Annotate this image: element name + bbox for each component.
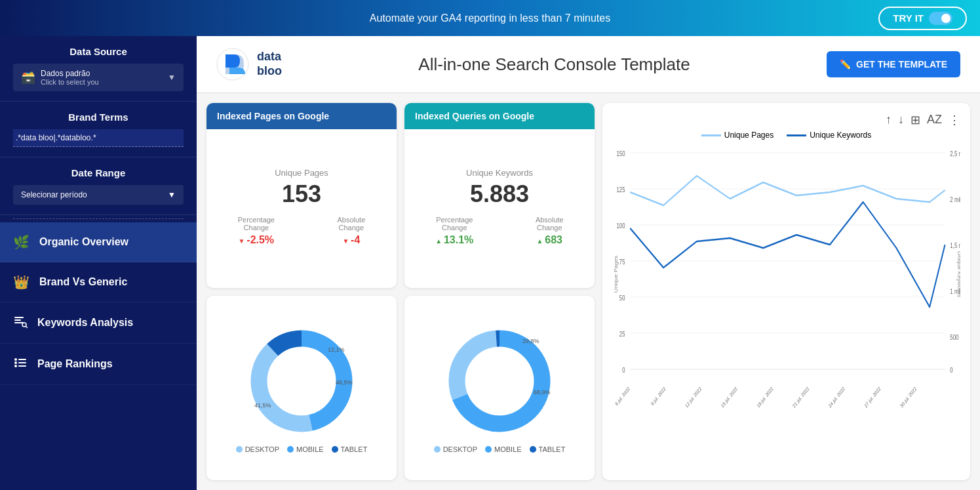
more-options-icon[interactable]: ⋮ [949, 113, 960, 127]
pages-abs-label: AbsoluteChange [337, 216, 365, 232]
svg-point-7 [14, 365, 17, 367]
organic-overview-icon: 🌿 [13, 234, 29, 250]
pages-pct-change: PercentageChange -2.5% [238, 216, 275, 246]
svg-text:25: 25 [619, 331, 625, 338]
pages-legend-tablet: TABLET [332, 445, 368, 453]
pages-donut-chart: 12,1% 46,5% 41,5% [243, 322, 361, 440]
down-arrow-icon-2 [342, 234, 351, 245]
indexed-queries-body: Unique Keywords 5.883 PercentageChange ▲… [404, 129, 595, 285]
svg-text:15 jul. 2022: 15 jul. 2022 [720, 386, 739, 409]
mobile-label: MOBILE [296, 445, 324, 453]
svg-rect-0 [14, 317, 24, 318]
queries-legend-tablet: TABLET [530, 445, 566, 453]
sort-down-icon[interactable]: ↓ [898, 113, 904, 127]
database-icon: 🗃️ [21, 70, 35, 85]
indexed-pages-changes: PercentageChange -2.5% AbsoluteChange -4 [216, 216, 387, 246]
sidebar-item-brand-vs-generic[interactable]: 👑 Brand Vs Generic [0, 262, 197, 302]
svg-text:41,5%: 41,5% [254, 402, 271, 409]
az-sort-icon[interactable]: AZ [927, 113, 942, 127]
sidebar-item-organic-overview[interactable]: 🌿 Organic Overview [0, 222, 197, 262]
logo-area: data bloo [216, 48, 282, 81]
svg-text:0: 0 [622, 367, 625, 374]
databloo-logo [216, 48, 249, 81]
filter-icon[interactable]: ⊞ [911, 113, 920, 127]
mobile-dot-q [485, 446, 492, 453]
try-it-button[interactable]: TRY IT [878, 7, 967, 30]
svg-text:12 jul. 2022: 12 jul. 2022 [684, 386, 703, 409]
desktop-dot-q [434, 446, 441, 453]
svg-text:500: 500 [950, 334, 958, 341]
svg-text:46,5%: 46,5% [336, 379, 353, 386]
pages-abs-value: -4 [342, 234, 360, 246]
svg-point-5 [14, 358, 17, 361]
tablet-label: TABLET [341, 445, 368, 453]
queries-pct-label: PercentageChange [436, 216, 473, 232]
desktop-label-q: DESKTOP [443, 445, 477, 453]
page-rankings-icon [13, 356, 28, 373]
pages-donut-card: 12,1% 46,5% 41,5% DESKTOP MOBILE [206, 296, 397, 481]
data-source-dropdown[interactable]: 🗃️ Dados padrão Click to select you ▼ [13, 64, 184, 91]
svg-text:150: 150 [616, 150, 625, 157]
sort-up-icon[interactable]: ↑ [886, 113, 892, 127]
legend-pages-label: Unique Pages [724, 131, 774, 140]
desktop-label: DESKTOP [245, 445, 279, 453]
date-range-label: Date Range [13, 167, 184, 178]
queries-abs-label: AbsoluteChange [536, 216, 564, 232]
queries-donut-chart: 29,8% 68,9% [441, 322, 559, 440]
organic-overview-label: Organic Overview [39, 236, 128, 248]
svg-text:100: 100 [616, 222, 625, 230]
unique-pages-label: Unique Pages [275, 168, 328, 178]
indexed-queries-changes: PercentageChange ▲ 13.1% AbsoluteChange … [414, 216, 585, 246]
pages-donut-legend: DESKTOP MOBILE TABLET [236, 445, 368, 453]
indexed-pages-header: Indexed Pages on Google [206, 103, 397, 129]
date-range-section: Date Range Selecionar período ▼ [0, 157, 197, 215]
get-template-label: GET THE TEMPLATE [856, 59, 947, 70]
chevron-down-icon: ▼ [168, 73, 176, 82]
top-banner: Automate your GA4 reporting in less than… [0, 0, 980, 36]
dashboard-grid: Indexed Pages on Google Unique Pages 153… [197, 93, 980, 490]
legend-keywords-label: Unique Keywords [810, 131, 871, 140]
up-arrow-icon-2: ▲ [537, 237, 545, 245]
svg-text:Unique Pages: Unique Pages [614, 256, 619, 293]
legend-unique-keywords: Unique Keywords [787, 131, 871, 140]
svg-text:9 jul. 2022: 9 jul. 2022 [650, 386, 667, 407]
svg-rect-8 [18, 359, 26, 360]
mobile-label-q: MOBILE [494, 445, 522, 453]
svg-text:2,5 mil: 2,5 mil [950, 150, 960, 157]
chart-area: 150 125 100 75 50 25 0 2,5 mil 2 mil 1,5… [612, 143, 960, 425]
svg-text:21 jul. 2022: 21 jul. 2022 [792, 386, 810, 409]
tablet-dot [332, 446, 338, 453]
sidebar-divider [13, 218, 184, 219]
data-source-label: Data Source [13, 46, 184, 57]
tablet-label-q: TABLET [539, 445, 566, 453]
unique-keywords-value: 5.883 [470, 180, 529, 208]
chart-toolbar: ↑ ↓ ⊞ AZ ⋮ [612, 113, 960, 127]
data-source-sub: Click to select you [41, 78, 99, 86]
sidebar-item-page-rankings[interactable]: Page Rankings [0, 344, 197, 385]
date-range-dropdown[interactable]: Selecionar período ▼ [13, 185, 184, 205]
svg-text:75: 75 [619, 258, 625, 266]
brand-terms-input[interactable] [13, 129, 184, 147]
pages-legend-mobile: MOBILE [287, 445, 324, 453]
queries-legend-mobile: MOBILE [485, 445, 522, 453]
queries-pct-value: ▲ 13.1% [435, 234, 473, 246]
get-template-button[interactable]: ✏️ GET THE TEMPLATE [827, 51, 960, 77]
queries-pct-change: PercentageChange ▲ 13.1% [435, 216, 473, 246]
svg-rect-9 [18, 362, 26, 363]
legend-line-keywords [787, 134, 806, 136]
edit-icon: ✏️ [840, 59, 851, 70]
svg-text:Unique Keywords: Unique Keywords [956, 251, 960, 297]
svg-rect-10 [18, 365, 26, 367]
content-area: data bloo All-in-one Search Console Temp… [197, 36, 980, 490]
sidebar-item-keywords-analysis[interactable]: Keywords Analysis [0, 302, 197, 344]
queries-donut-card: 29,8% 68,9% DESKTOP MOBILE TABLET [404, 296, 595, 481]
page-rankings-label: Page Rankings [37, 358, 113, 370]
pages-legend-desktop: DESKTOP [236, 445, 279, 453]
svg-point-6 [14, 361, 17, 364]
svg-text:30 jul. 2022: 30 jul. 2022 [899, 386, 918, 409]
svg-text:1,5 mil: 1,5 mil [950, 242, 960, 249]
indexed-pages-body: Unique Pages 153 PercentageChange -2.5% … [206, 129, 397, 285]
chevron-down-icon-date: ▼ [168, 190, 176, 199]
queries-abs-value: ▲ 683 [537, 234, 562, 246]
unique-pages-value: 153 [282, 180, 321, 208]
